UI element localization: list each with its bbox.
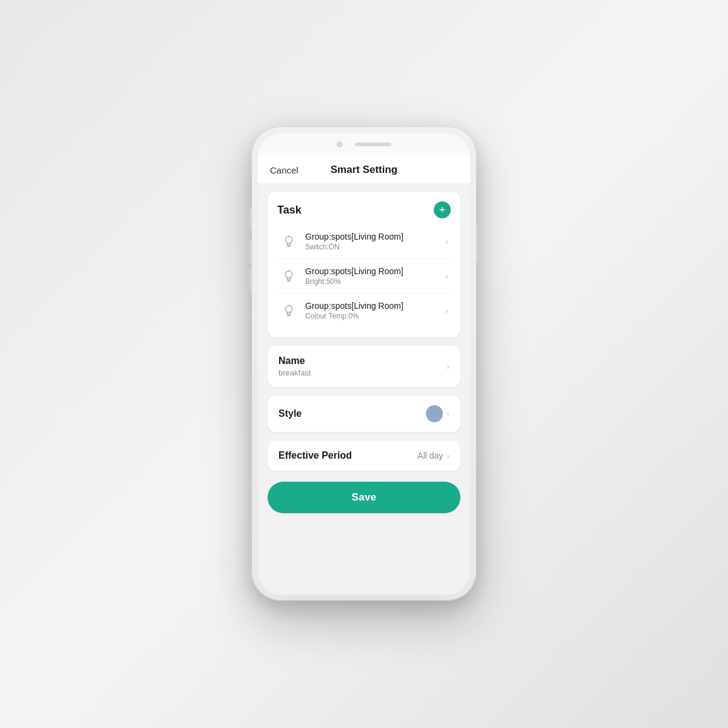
style-row[interactable]: Style ›: [268, 396, 460, 432]
effective-left: Effective Period: [278, 450, 417, 461]
task-info: Group:spots[Living Room] Colour Temp:0%: [305, 301, 445, 320]
app-header: Cancel Smart Setting: [258, 155, 470, 183]
effective-value: All day: [417, 451, 443, 460]
lamp-icon: [280, 302, 298, 320]
task-item-name: Group:spots[Living Room]: [305, 266, 445, 276]
speaker-icon: [355, 143, 391, 146]
name-row[interactable]: Name breakfast ›: [268, 346, 460, 387]
effective-right: All day ›: [417, 451, 450, 460]
chevron-right-icon: ›: [447, 451, 450, 460]
effective-period-row[interactable]: Effective Period All day ›: [268, 440, 460, 471]
lamp-icon: [280, 267, 298, 285]
cancel-button[interactable]: Cancel: [270, 165, 298, 175]
task-item-detail: Colour Temp:0%: [305, 312, 445, 320]
task-item[interactable]: Group:spots[Living Room] Switch:ON ›: [277, 224, 451, 258]
task-info: Group:spots[Living Room] Bright:50%: [305, 266, 445, 286]
lamp-icon: [280, 232, 298, 251]
phone-screen: Cancel Smart Setting Task +: [258, 133, 470, 595]
chevron-right-icon: ›: [445, 271, 448, 281]
name-label: Name: [278, 356, 447, 366]
content-area: Task +: [258, 183, 470, 595]
notch-area: [258, 133, 470, 155]
task-header: Task +: [277, 201, 451, 218]
task-item-detail: Bright:50%: [305, 277, 445, 286]
task-item-name: Group:spots[Living Room]: [305, 232, 445, 241]
name-left: Name breakfast: [278, 356, 447, 377]
chevron-right-icon: ›: [447, 362, 450, 371]
effective-label: Effective Period: [278, 450, 417, 461]
task-item-detail: Switch:ON: [305, 243, 445, 251]
style-right: ›: [426, 405, 450, 422]
phone-frame: Cancel Smart Setting Task +: [252, 127, 476, 601]
phone-inner: Cancel Smart Setting Task +: [258, 133, 470, 595]
camera-icon: [337, 141, 343, 147]
save-button[interactable]: Save: [268, 482, 460, 513]
task-item[interactable]: Group:spots[Living Room] Colour Temp:0% …: [277, 293, 451, 328]
style-label: Style: [278, 408, 426, 419]
task-title: Task: [277, 204, 302, 217]
task-card: Task +: [268, 192, 460, 337]
chevron-right-icon: ›: [445, 306, 448, 315]
name-value: breakfast: [278, 368, 447, 377]
page-title: Smart Setting: [331, 164, 398, 176]
add-task-button[interactable]: +: [434, 201, 451, 218]
phone-reflection: [279, 601, 449, 625]
style-left: Style: [278, 408, 426, 419]
chevron-right-icon: ›: [447, 409, 450, 419]
task-item-name: Group:spots[Living Room]: [305, 301, 445, 311]
task-info: Group:spots[Living Room] Switch:ON: [305, 232, 445, 251]
task-item[interactable]: Group:spots[Living Room] Bright:50% ›: [277, 258, 451, 293]
chevron-right-icon: ›: [445, 237, 448, 246]
style-color-circle: [426, 405, 443, 422]
